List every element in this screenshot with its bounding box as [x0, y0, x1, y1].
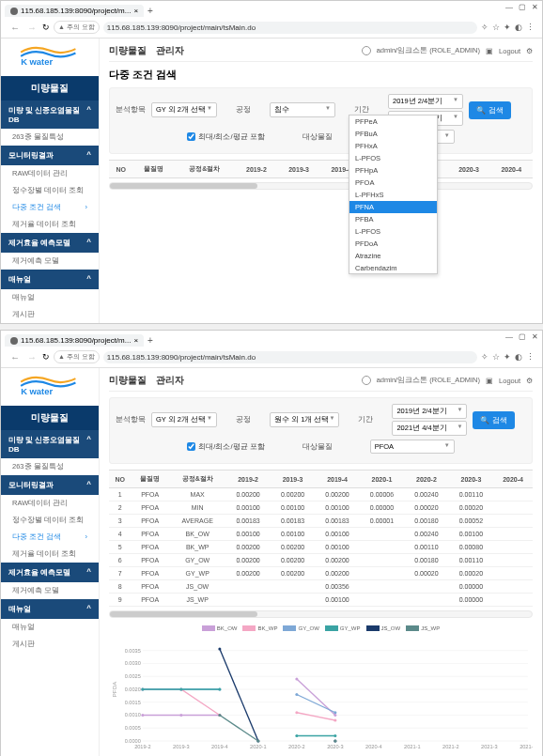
horizontal-scrollbar[interactable]: [109, 610, 533, 618]
dropdown-option[interactable]: PFPeA: [349, 116, 437, 128]
maximize-icon[interactable]: ▢: [519, 332, 526, 341]
sidebar-sec-model[interactable]: 제거효율 예측모델^: [1, 563, 99, 582]
menu-icon[interactable]: ⋮: [526, 23, 535, 32]
sidebar-sec-db[interactable]: 미량 및 신종오염물질DB^: [1, 430, 99, 458]
browser-tab[interactable]: 115.68.185.139:8090/project/m... ×: [5, 5, 144, 17]
star-icon[interactable]: ☆: [492, 23, 500, 32]
refresh-icon[interactable]: ↻: [42, 352, 50, 362]
dropdown-option[interactable]: Carbendazim: [349, 262, 437, 274]
dropdown-option[interactable]: L-PFOS: [349, 225, 437, 238]
extension-icon[interactable]: ✦: [504, 23, 511, 32]
minimize-icon[interactable]: —: [505, 332, 513, 341]
scrollbar-thumb[interactable]: [110, 611, 257, 617]
select-target[interactable]: PFOA▼: [370, 440, 455, 454]
dropdown-option[interactable]: PFBuA: [349, 128, 437, 140]
select-period-to[interactable]: 2021년 4/4분기▼: [392, 421, 467, 436]
star-icon[interactable]: ☆: [492, 352, 500, 362]
sidebar-item-predictmodel[interactable]: 제거예측 모델: [1, 582, 99, 599]
horizontal-scrollbar[interactable]: [109, 182, 533, 190]
dropdown-option[interactable]: Atrazine: [349, 250, 437, 262]
close-icon[interactable]: ✕: [532, 332, 538, 341]
dropdown-option[interactable]: L-PFHxS: [349, 189, 437, 201]
table-header: 공정&절차: [169, 471, 225, 488]
minimize-icon[interactable]: —: [505, 3, 513, 11]
sidebar-item-plantdata[interactable]: 정수장별 데이터 조회: [1, 512, 99, 529]
dropdown-option[interactable]: PFOA: [349, 177, 437, 189]
settings-icon[interactable]: ⚙: [526, 377, 533, 385]
share-icon[interactable]: ✧: [481, 23, 489, 32]
sidebar-item-raw[interactable]: RAW데이터 관리: [1, 495, 99, 512]
dropdown-option[interactable]: L-PFOS: [349, 152, 437, 164]
sidebar-sec-manual[interactable]: 매뉴얼^: [1, 599, 99, 619]
sidebar-item-manual[interactable]: 매뉴얼: [1, 289, 99, 306]
sidebar-item-board[interactable]: 게시판: [1, 306, 99, 323]
add-tab-icon[interactable]: +: [147, 335, 153, 346]
back-icon[interactable]: ←: [8, 23, 22, 33]
select-period-from[interactable]: 2019년 2/4분기▼: [392, 404, 467, 419]
menu-icon[interactable]: ⋮: [526, 352, 535, 362]
address-bar[interactable]: 115.68.185.139:8090/project/main/tsMain.…: [103, 351, 477, 363]
svg-text:PFOA: PFOA: [112, 681, 117, 697]
sidebar-item-manual[interactable]: 매뉴얼: [1, 619, 99, 636]
dropdown-target[interactable]: PFPeAPFBuAPFHxAL-PFOSPFHpAPFOAL-PFHxSPFN…: [349, 115, 438, 274]
add-tab-icon[interactable]: +: [147, 6, 153, 16]
search-button[interactable]: 🔍검색: [469, 101, 511, 119]
logout-link[interactable]: Logout: [499, 377, 520, 385]
sidebar-sec-monitoring[interactable]: 모니터링결과^: [1, 475, 99, 495]
sidebar-item-multisearch[interactable]: 다중 조건 검색 ›: [1, 199, 99, 216]
share-icon[interactable]: ✧: [481, 352, 489, 362]
sidebar-item-removal[interactable]: 제거율 데이터 조회: [1, 546, 99, 563]
maximize-icon[interactable]: ▢: [519, 3, 526, 11]
sidebar-item-plantdata[interactable]: 정수장별 데이터 조회: [1, 182, 99, 199]
back-icon[interactable]: ←: [8, 352, 22, 363]
legend-item: BK_WP: [242, 625, 277, 631]
extension-icon[interactable]: ✦: [504, 352, 511, 362]
dropdown-option[interactable]: PFNA: [349, 201, 437, 213]
table-cell: 0.00200: [225, 488, 270, 501]
sidebar-item-predictmodel[interactable]: 제거예측 모델: [1, 253, 99, 270]
dropdown-option[interactable]: PFBA: [349, 213, 437, 225]
sidebar-item-multisearch[interactable]: 다중 조건 검색 ›: [1, 529, 99, 546]
profile-icon[interactable]: ◐: [515, 352, 522, 362]
checkbox-minmaxavg[interactable]: 최대/최소/평균 포함: [187, 442, 264, 452]
select-analysis[interactable]: GY 외 2개 선택▼: [151, 102, 217, 117]
close-icon[interactable]: ✕: [532, 3, 538, 11]
logout-link[interactable]: Logout: [499, 47, 520, 55]
sidebar-item-removal[interactable]: 제거율 데이터 조회: [1, 216, 99, 233]
scrollbar-thumb[interactable]: [110, 183, 257, 189]
checkbox-minmaxavg[interactable]: 최대/최소/평균 포함: [187, 132, 264, 142]
profile-icon[interactable]: ◐: [515, 23, 522, 32]
dropdown-option[interactable]: PFHpA: [349, 164, 437, 177]
chevron-down-icon: ▼: [453, 97, 458, 106]
table-cell: 0.00100: [271, 501, 315, 515]
select-process[interactable]: 침수▼: [270, 102, 335, 117]
chevron-down-icon: ▼: [453, 114, 458, 123]
refresh-icon[interactable]: ↻: [42, 23, 50, 32]
search-button[interactable]: 🔍검색: [473, 411, 515, 429]
forward-icon: →: [25, 23, 39, 33]
tab-close-icon[interactable]: ×: [133, 336, 138, 345]
security-warning[interactable]: ▲ 주의 요함: [54, 350, 100, 363]
browser-tab[interactable]: 115.68.185.139:8090/project/m... ×: [5, 334, 144, 347]
table-cell: 1: [109, 488, 131, 501]
sidebar-item-board[interactable]: 게시판: [1, 636, 99, 653]
sidebar-sec-monitoring[interactable]: 모니터링결과^: [1, 146, 99, 165]
sidebar-sec-manual[interactable]: 매뉴얼^: [1, 270, 99, 289]
security-warning[interactable]: ▲ 주의 요함: [54, 21, 100, 34]
logout-icon[interactable]: ▣: [486, 377, 493, 385]
tab-close-icon[interactable]: ×: [133, 7, 138, 15]
chevron-down-icon: ▼: [325, 105, 331, 115]
sidebar-item-raw[interactable]: RAW데이터 관리: [1, 165, 99, 182]
logout-icon[interactable]: ▣: [486, 47, 493, 55]
sidebar-item-substance[interactable]: 263종 물질특성: [1, 458, 99, 475]
sidebar-sec-model[interactable]: 제거효율 예측모델^: [1, 233, 99, 253]
select-analysis[interactable]: GY 외 2개 선택▼: [151, 412, 217, 427]
dropdown-option[interactable]: PFHxA: [349, 140, 437, 152]
settings-icon[interactable]: ⚙: [526, 47, 533, 55]
sidebar-item-substance[interactable]: 263종 물질특성: [1, 129, 99, 146]
select-period-from[interactable]: 2019년 2/4분기▼: [388, 94, 463, 109]
dropdown-option[interactable]: PFDoA: [349, 238, 437, 250]
sidebar-sec-db[interactable]: 미량 및 신종오염물질DB^: [1, 100, 99, 129]
select-process[interactable]: 원수 외 1개 선택▼: [270, 412, 339, 427]
address-bar[interactable]: 115.68.185.139:8090/project/main/tsMain.…: [103, 22, 477, 34]
